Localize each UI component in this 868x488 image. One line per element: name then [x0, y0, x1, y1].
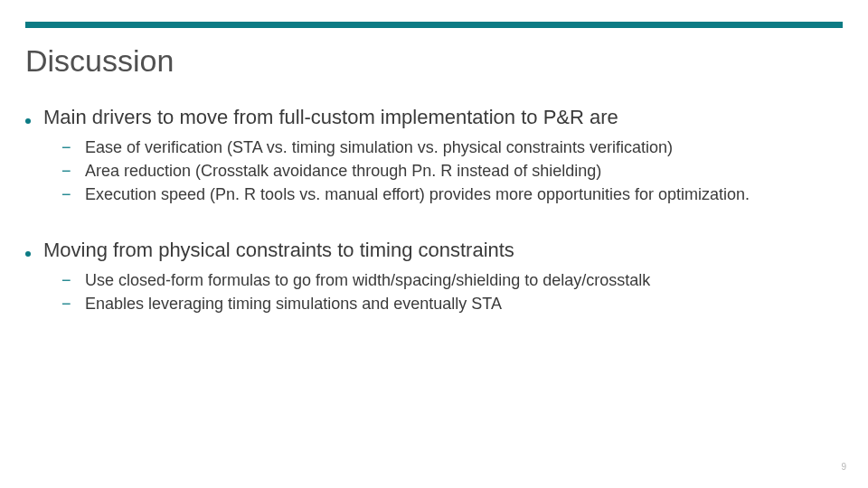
sub-bullet-text: Ease of verification (STA vs. timing sim…: [85, 136, 673, 158]
sub-bullet-text: Execution speed (Pn. R tools vs. manual …: [85, 183, 750, 205]
bullet-dot-icon: [25, 118, 31, 124]
page-number: 9: [841, 462, 846, 472]
dash-icon: −: [61, 162, 72, 181]
sub-bullet: − Execution speed (Pn. R tools vs. manua…: [61, 183, 843, 205]
sub-list: − Use closed-form formulas to go from wi…: [61, 269, 843, 315]
main-bullet-text: Moving from physical constraints to timi…: [43, 238, 514, 264]
sub-list: − Ease of verification (STA vs. timing s…: [61, 136, 843, 206]
accent-bar: [25, 22, 843, 28]
slide-title: Discussion: [25, 43, 174, 79]
slide-content: Main drivers to move from full-custom im…: [25, 105, 843, 348]
main-bullet: Moving from physical constraints to timi…: [25, 238, 843, 264]
slide: Discussion Main drivers to move from ful…: [0, 0, 868, 488]
dash-icon: −: [61, 271, 72, 290]
sub-bullet: − Ease of verification (STA vs. timing s…: [61, 136, 843, 158]
main-bullet: Main drivers to move from full-custom im…: [25, 105, 843, 131]
dash-icon: −: [61, 185, 72, 204]
dash-icon: −: [61, 295, 72, 314]
sub-bullet: − Use closed-form formulas to go from wi…: [61, 269, 843, 291]
sub-bullet: − Area reduction (Crosstalk avoidance th…: [61, 160, 843, 182]
dash-icon: −: [61, 138, 72, 157]
sub-bullet-text: Use closed-form formulas to go from widt…: [85, 269, 650, 291]
bullet-group: Moving from physical constraints to timi…: [25, 238, 843, 314]
sub-bullet-text: Enables leveraging timing simulations an…: [85, 293, 502, 314]
bullet-group: Main drivers to move from full-custom im…: [25, 105, 843, 205]
sub-bullet: − Enables leveraging timing simulations …: [61, 293, 843, 314]
sub-bullet-text: Area reduction (Crosstalk avoidance thro…: [85, 160, 601, 182]
main-bullet-text: Main drivers to move from full-custom im…: [43, 105, 618, 131]
bullet-dot-icon: [25, 251, 31, 257]
